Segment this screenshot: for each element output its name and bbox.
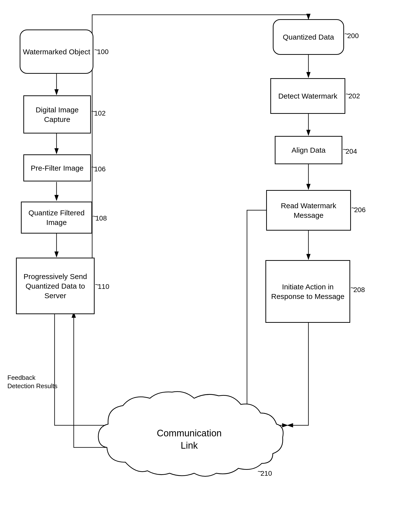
quantized-data-node: Quantized Data (273, 19, 344, 55)
align-data-label: Align Data (291, 145, 325, 155)
ref-210: 210 (260, 470, 272, 477)
read-watermark-message-node: Read Watermark Message (266, 190, 351, 231)
ref-100-tilde: ~ (94, 46, 98, 54)
ref-208-tilde: ~ (350, 284, 354, 292)
quantized-data-label: Quantized Data (283, 32, 334, 42)
ref-110: 110 (98, 283, 109, 290)
ref-208: 208 (353, 286, 365, 294)
ref-200-tilde: ~ (344, 30, 348, 38)
read-watermark-message-label: Read Watermark Message (267, 201, 350, 220)
diagram: Watermarked Object 100 ~ Digital Image C… (0, 0, 420, 532)
ref-202: 202 (348, 92, 360, 100)
digital-image-capture-node: Digital Image Capture (23, 95, 91, 134)
ref-204: 204 (345, 148, 357, 155)
ref-108: 108 (95, 214, 107, 222)
ref-102: 102 (94, 109, 106, 117)
ref-206: 206 (354, 206, 366, 214)
ref-100: 100 (97, 48, 109, 56)
quantize-filtered-image-node: Quantize Filtered Image (21, 202, 92, 234)
ref-200: 200 (347, 32, 359, 40)
progressively-send-node: Progressively Send Quantized Data to Ser… (16, 258, 95, 314)
communication-link-cloud: Communication Link (93, 388, 285, 479)
ref-106: 106 (94, 165, 106, 173)
detect-watermark-node: Detect Watermark (270, 78, 345, 114)
ref-204-tilde: ~ (343, 146, 346, 154)
watermarked-object-node: Watermarked Object (20, 30, 93, 74)
digital-image-capture-label: Digital Image Capture (24, 105, 90, 124)
ref-102-tilde: ~ (91, 108, 95, 116)
quantize-filtered-image-label: Quantize Filtered Image (22, 208, 91, 227)
feedback-label: Feedback Detection Results (7, 374, 64, 390)
communication-link-text2: Link (181, 440, 198, 451)
ref-108-tilde: ~ (92, 213, 96, 221)
ref-206-tilde: ~ (351, 204, 355, 212)
detect-watermark-label: Detect Watermark (278, 91, 337, 101)
ref-202-tilde: ~ (345, 91, 349, 98)
pre-filter-image-label: Pre-Filter Image (31, 163, 84, 173)
align-data-node: Align Data (275, 136, 342, 164)
communication-link-text: Communication (157, 428, 222, 438)
pre-filter-image-node: Pre-Filter Image (23, 154, 91, 182)
initiate-action-node: Initiate Action in Response to Message (265, 260, 350, 323)
ref-106-tilde: ~ (91, 164, 95, 171)
ref-210-tilde: ~ (257, 468, 261, 476)
watermarked-object-label: Watermarked Object (23, 47, 90, 57)
progressively-send-label: Progressively Send Quantized Data to Ser… (17, 272, 94, 300)
initiate-action-label: Initiate Action in Response to Message (266, 282, 349, 301)
ref-110-tilde: ~ (95, 281, 99, 289)
